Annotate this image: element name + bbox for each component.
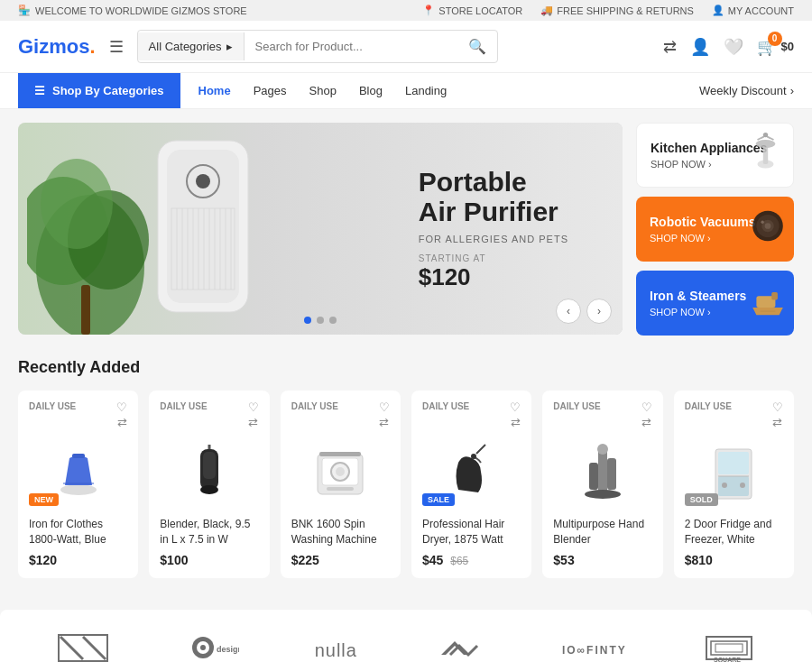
product-name-5: 2 Door Fridge and Freezer, White: [685, 517, 783, 547]
svg-point-64: [740, 483, 745, 488]
products-grid: DAILY USE ♡ ⇄ NEW Iron for Clothes 18: [18, 391, 794, 578]
hero-dot-1[interactable]: [304, 317, 311, 324]
category-dropdown[interactable]: All Categories ▸: [138, 32, 245, 60]
nav-landing[interactable]: Landing: [405, 84, 447, 97]
hero-text: Portable Air Purifier FOR ALLERGIES AND …: [419, 167, 568, 291]
compare-btn-0[interactable]: ⇄: [116, 417, 127, 428]
product-price-1: $100: [160, 553, 258, 567]
store-locator[interactable]: 📍 STORE LOCATOR: [422, 5, 522, 16]
product-tag-5: DAILY USE: [685, 401, 732, 411]
wishlist-btn-4[interactable]: ♡: [641, 401, 652, 413]
top-bar: 🏪 WELCOME TO WORLDWIDE GIZMOS STORE 📍 ST…: [0, 0, 812, 21]
nav-home[interactable]: Home: [198, 84, 231, 97]
shop-by-categories[interactable]: ☰ Shop By Categories: [18, 73, 180, 108]
hero-arrows: ‹ ›: [556, 299, 612, 324]
nav-shop[interactable]: Shop: [309, 84, 337, 97]
chevron-right-icon: ›: [707, 307, 711, 317]
product-name-2: BNK 1600 Spin Washing Machine: [291, 517, 390, 547]
product-card-0: DAILY USE ♡ ⇄ NEW Iron for Clothes 18: [18, 391, 138, 578]
product-price-0: $120: [29, 553, 127, 567]
logo[interactable]: Gizmos.: [18, 35, 96, 59]
wishlist-btn-1[interactable]: ♡: [248, 401, 259, 413]
grid-icon: ☰: [34, 84, 45, 97]
shipping-returns[interactable]: 🚚 FREE SHIPPING & RETURNS: [540, 5, 694, 16]
svg-rect-36: [771, 292, 778, 299]
svg-point-3: [41, 159, 113, 249]
brand-4[interactable]: IO∞FINTY: [562, 644, 627, 657]
svg-rect-4: [81, 285, 90, 335]
chevron-right-icon: ›: [790, 84, 794, 97]
product-img-2: [291, 436, 390, 508]
hero-dot-2[interactable]: [317, 317, 324, 324]
iron-icon: [749, 281, 787, 326]
wishlist-icon[interactable]: 🤍: [724, 37, 743, 57]
my-account[interactable]: 👤 MY ACCOUNT: [712, 5, 794, 16]
hero-purifier-image: [149, 136, 257, 324]
svg-rect-56: [607, 458, 616, 490]
search-input[interactable]: [245, 32, 457, 60]
compare-btn-3[interactable]: ⇄: [510, 417, 521, 428]
hero-dot-3[interactable]: [329, 317, 337, 324]
nav-blog[interactable]: Blog: [359, 84, 383, 97]
svg-rect-67: [59, 635, 107, 661]
svg-point-44: [200, 485, 218, 494]
brand-3[interactable]: [432, 632, 486, 662]
product-card-1: DAILY USE ♡ ⇄ Blender, Black, 9.5 in L x…: [149, 391, 269, 578]
svg-rect-6: [167, 150, 239, 303]
wishlist-btn-3[interactable]: ♡: [510, 401, 521, 413]
svg-rect-74: [715, 644, 743, 652]
search-button[interactable]: 🔍: [457, 31, 497, 62]
side-banner-iron: Iron & Steamers SHOP NOW ›: [636, 271, 794, 336]
cart-price: $0: [781, 40, 794, 53]
brand-0[interactable]: [56, 632, 110, 662]
wishlist-btn-0[interactable]: ♡: [116, 401, 127, 413]
recently-added-section: Recently Added DAILY USE ♡ ⇄: [18, 358, 794, 578]
svg-point-28: [763, 133, 768, 137]
hero-dots: [304, 317, 337, 324]
brand-1[interactable]: design: [185, 632, 239, 662]
weekly-discount[interactable]: Weekly Discount ›: [699, 84, 794, 97]
compare-btn-5[interactable]: ⇄: [772, 417, 783, 428]
svg-text:design: design: [217, 645, 239, 654]
chevron-right-icon: ›: [707, 233, 711, 244]
hamburger-menu[interactable]: ☰: [109, 37, 124, 57]
product-name-1: Blender, Black, 9.5 in L x 7.5 in W: [160, 517, 258, 547]
wishlist-btn-5[interactable]: ♡: [772, 401, 783, 413]
product-name-3: Professional Hair Dryer, 1875 Watt: [422, 517, 521, 547]
nav-pages[interactable]: Pages: [254, 84, 287, 97]
wishlist-btn-2[interactable]: ♡: [379, 401, 390, 413]
hero-plant-decoration: [27, 123, 153, 335]
user-icon[interactable]: 👤: [690, 37, 710, 57]
product-tag-2: DAILY USE: [291, 401, 338, 411]
svg-point-57: [585, 490, 621, 499]
svg-line-65: [60, 637, 83, 659]
svg-point-70: [200, 645, 206, 650]
brand-2[interactable]: nulla: [315, 640, 357, 661]
product-tag-1: DAILY USE: [160, 401, 207, 411]
cart-icon: 🛒 0: [757, 37, 777, 57]
svg-line-53: [476, 445, 485, 454]
svg-point-49: [336, 467, 345, 476]
compare-btn-4[interactable]: ⇄: [641, 417, 652, 428]
top-bar-left: 🏪 WELCOME TO WORLDWIDE GIZMOS STORE: [18, 5, 247, 16]
product-img-1: [160, 436, 258, 508]
svg-line-66: [83, 637, 106, 659]
nav-links: Home Pages Shop Blog Landing: [180, 73, 466, 108]
recently-added-title: Recently Added: [18, 358, 794, 377]
cart-badge: 0: [768, 32, 782, 46]
hero-next-arrow[interactable]: ›: [586, 299, 612, 324]
compare-icon[interactable]: ⇄: [663, 37, 677, 57]
store-icon: 🏪: [18, 5, 31, 16]
cart-button[interactable]: 🛒 0 $0: [757, 37, 794, 57]
compare-btn-2[interactable]: ⇄: [379, 417, 390, 428]
compare-btn-1[interactable]: ⇄: [248, 417, 259, 428]
svg-rect-54: [598, 449, 607, 494]
product-badge-0: NEW: [29, 493, 59, 506]
svg-text:SQUARE: SQUARE: [714, 657, 741, 662]
chevron-down-icon: ▸: [226, 40, 233, 53]
product-card-5: DAILY USE ♡ ⇄ SOLD: [674, 391, 794, 578]
hero-prev-arrow[interactable]: ‹: [556, 299, 581, 324]
svg-rect-60: [718, 452, 749, 474]
svg-rect-55: [589, 463, 598, 490]
brand-5[interactable]: SQUARE: [702, 632, 756, 662]
